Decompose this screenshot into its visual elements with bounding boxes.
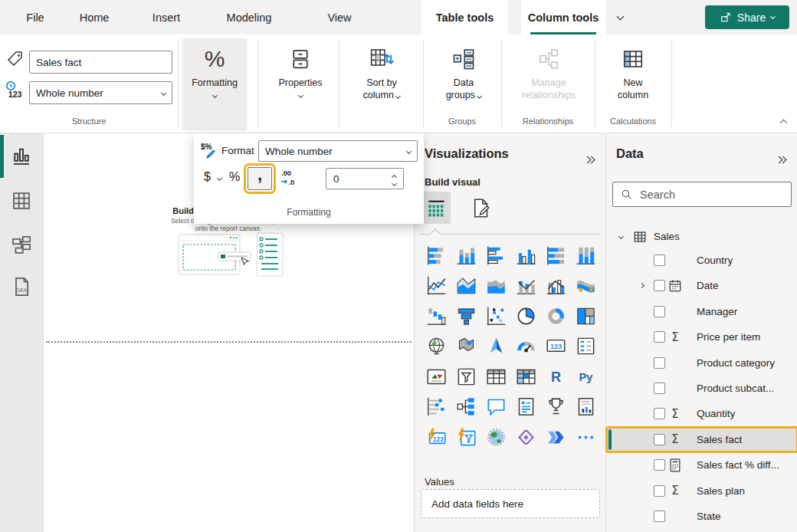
visual-paginated-report-icon[interactable] [571,392,601,422]
visual-clustered-bar-chart-icon[interactable] [481,241,511,271]
table-row-sales[interactable]: Sales [606,224,797,249]
field-row-price-per-item[interactable]: ΣPrice per item [606,324,797,350]
format-dropdown[interactable]: Whole number [258,140,418,162]
ribbon-overflow-chevron-icon[interactable] [617,13,625,21]
add-data-fields-dropzone[interactable]: Add data fields here [421,489,600,518]
visual-decomposition-tree-icon[interactable] [451,392,481,422]
field-checkbox[interactable] [654,485,665,497]
nav-dax-query-view[interactable]: DAX/ [11,276,32,297]
visual-key-influencers-icon[interactable] [421,392,451,422]
visual-donut-chart-icon[interactable] [541,301,571,331]
field-checkbox[interactable] [654,434,665,445]
menu-tab-insert[interactable]: Insert [143,0,190,34]
field-row-product-category[interactable]: Product category [606,350,797,376]
visual-gauge-icon[interactable] [511,331,541,361]
menu-tab-view[interactable]: View [316,0,363,34]
field-checkbox[interactable] [654,357,665,369]
visual-line-and-stacked-column-chart-icon[interactable] [511,271,541,300]
visual-stacked-column-100-icon[interactable] [571,241,601,271]
visual-power-automate-icon[interactable] [541,422,571,452]
visual-stacked-area-chart-icon[interactable] [481,271,511,300]
currency-chevron-icon[interactable] [217,176,222,181]
menu-tab-table-tools[interactable]: Table tools [421,0,508,34]
visual-smart-narrative-icon[interactable] [511,392,541,422]
collapse-data-icon[interactable] [776,152,786,166]
field-checkbox[interactable] [654,331,665,343]
visual-table-icon[interactable] [481,362,511,392]
visual-line-chart-icon[interactable] [421,271,451,300]
properties-button[interactable]: Properties [265,38,336,130]
visual-slicer-icon[interactable] [451,362,481,392]
table-expand-chevron-icon[interactable] [618,234,624,239]
field-row-state[interactable]: State [606,504,797,529]
visual-stacked-bar-100-icon[interactable] [541,241,571,271]
field-row-manager[interactable]: Manager [606,299,797,324]
visual-new-card-icon[interactable]: 123 [421,422,451,452]
decimal-places-icon[interactable]: .00.0 [280,168,300,188]
search-input[interactable]: Search [612,182,792,207]
visual-card-icon[interactable]: 123 [541,331,571,361]
visual-matrix-icon[interactable] [511,362,541,392]
visual-line-and-clustered-column-chart-icon[interactable] [541,271,571,300]
visual-map-icon[interactable] [421,331,451,361]
field-checkbox[interactable] [654,408,665,419]
formatting-button[interactable]: % Formatting [182,38,247,130]
visual-filled-map-icon[interactable] [451,331,481,361]
visual-qa-visual-icon[interactable] [481,392,511,422]
menu-tab-file[interactable]: File [15,0,55,34]
visual-r-script-visual-icon[interactable]: R [541,362,571,392]
field-row-product-subcat[interactable]: Product subcat... [606,376,797,401]
field-checkbox[interactable] [654,306,665,317]
visual-waterfall-chart-icon[interactable] [421,301,451,331]
share-button[interactable]: Share [705,5,789,29]
visual-power-apps-icon[interactable] [511,422,541,452]
field-expand-chevron-icon[interactable] [639,283,644,288]
visual-clustered-column-chart-icon[interactable] [511,241,541,271]
visual-funnel-chart-icon[interactable] [451,301,481,331]
menu-tab-modeling[interactable]: Modeling [215,0,284,34]
field-row-country[interactable]: Country [606,248,797,273]
currency-format-button[interactable]: $ [204,170,211,184]
visual-area-chart-icon[interactable] [451,271,481,300]
menu-tab-column-tools[interactable]: Column tools [521,0,605,34]
field-checkbox[interactable] [654,459,665,471]
tab-build-visual[interactable] [421,192,451,224]
field-checkbox[interactable] [654,280,665,291]
visual-multi-row-card-icon[interactable] [571,331,601,361]
visual-kpi-icon[interactable] [421,362,451,392]
field-checkbox[interactable] [654,511,665,522]
visual-scatter-chart-icon[interactable] [481,301,511,331]
visual-metrics-icon[interactable] [541,392,571,422]
visual-stacked-bar-chart-icon[interactable] [421,241,451,271]
sort-by-column-button[interactable]: Sort by column [345,38,418,130]
decimal-places-stepper[interactable]: 0 [326,168,404,189]
thousands-separator-button[interactable]: , [248,167,272,190]
nav-table-view[interactable] [11,190,32,212]
tab-format-visual[interactable] [465,192,494,224]
field-row-date[interactable]: Date [606,273,797,298]
field-checkbox[interactable] [654,383,665,394]
field-row-sales-fact[interactable]: ΣSales fact [606,427,797,452]
nav-model-view[interactable] [11,235,32,256]
data-type-dropdown[interactable]: Whole number [29,81,172,104]
stepper-down-icon[interactable] [392,181,397,186]
visual-arcgis-map-icon[interactable] [481,422,511,452]
visual-python-visual-icon[interactable]: Py [571,362,601,392]
column-name-input[interactable]: Sales fact [29,51,172,74]
visual-new-slicer-icon[interactable] [451,422,481,452]
collapse-ribbon-icon[interactable] [780,120,788,127]
field-row-quantity[interactable]: ΣQuantity [606,401,797,426]
visual-pie-chart-icon[interactable] [511,301,541,331]
field-row-sales-plan[interactable]: ΣSales plan [606,478,797,504]
menu-tab-home[interactable]: Home [71,0,118,34]
visual-stacked-column-chart-icon[interactable] [451,241,481,271]
visual-azure-map-icon[interactable] [481,331,511,361]
visual-treemap-icon[interactable] [571,301,601,331]
collapse-visualizations-icon[interactable] [585,152,594,166]
percent-format-button[interactable]: % [229,170,240,184]
visual-get-more-visuals-icon[interactable] [571,422,601,452]
visual-ribbon-chart-icon[interactable] [571,271,601,300]
field-checkbox[interactable] [654,255,665,266]
field-row-sales-fact-diff[interactable]: Sales fact % diff... [606,452,797,478]
nav-report-view[interactable] [11,146,32,167]
